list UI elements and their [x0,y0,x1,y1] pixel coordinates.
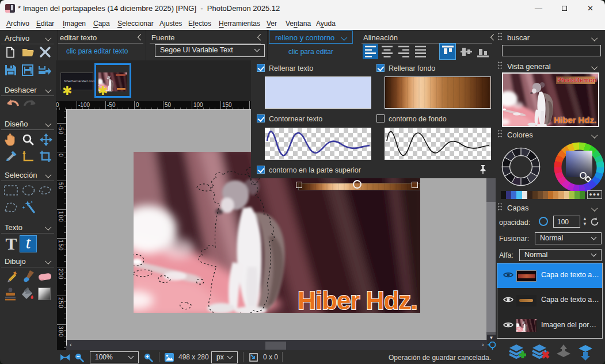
svg-text:Hiber Hdz.: Hiber Hdz. [298,286,417,313]
